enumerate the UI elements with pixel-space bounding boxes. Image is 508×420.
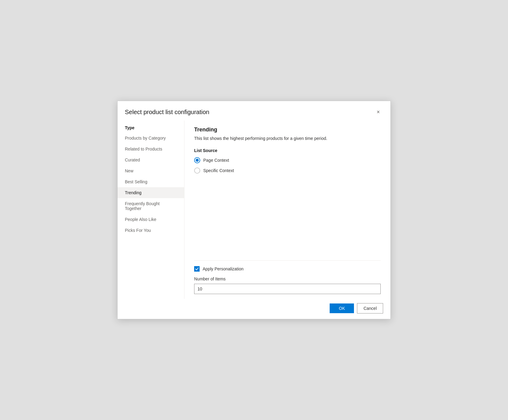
personalization-label: Apply Personalization <box>203 266 244 271</box>
personalization-checkbox[interactable] <box>194 266 200 272</box>
radio-label-page-context: Page Context <box>203 158 229 163</box>
sidebar-item-products-by-category[interactable]: Products by Category <box>118 133 184 144</box>
sidebar-item-new[interactable]: New <box>118 165 184 176</box>
radio-label-specific-context: Specific Context <box>203 168 234 173</box>
number-of-items-label: Number of Items <box>194 276 381 281</box>
sidebar-item-picks-for-you[interactable]: Picks For You <box>118 225 184 236</box>
radio-circle-specific-context <box>194 168 200 174</box>
sidebar-item-trending[interactable]: Trending <box>118 187 184 198</box>
sidebar: Type Products by CategoryRelated to Prod… <box>118 120 184 299</box>
cancel-button[interactable]: Cancel <box>357 303 383 313</box>
number-of-items-input[interactable] <box>194 284 381 294</box>
sidebar-item-related-to-products[interactable]: Related to Products <box>118 144 184 154</box>
personalization-row: Apply Personalization <box>194 266 381 272</box>
radio-item-page-context[interactable]: Page Context <box>194 157 381 163</box>
sidebar-item-best-selling[interactable]: Best Selling <box>118 176 184 187</box>
radio-item-specific-context[interactable]: Specific Context <box>194 168 381 174</box>
sidebar-type-label: Type <box>118 123 184 133</box>
sidebar-item-frequently-bought-together[interactable]: Frequently Bought Together <box>118 198 184 214</box>
main-content: Trending This list shows the highest per… <box>184 120 390 299</box>
radio-circle-page-context <box>194 157 200 163</box>
dialog-body: Type Products by CategoryRelated to Prod… <box>118 120 390 299</box>
bottom-section: Apply Personalization Number of Items <box>194 260 381 299</box>
radio-group: Page ContextSpecific Context <box>194 157 381 174</box>
ok-button[interactable]: OK <box>330 303 354 313</box>
dialog-footer: OK Cancel <box>118 299 390 319</box>
dialog-header: Select product list configuration × <box>118 101 390 120</box>
list-source-label: List Source <box>194 148 381 153</box>
sidebar-item-people-also-like[interactable]: People Also Like <box>118 214 184 225</box>
dialog-title: Select product list configuration <box>125 109 209 116</box>
sidebar-item-curated[interactable]: Curated <box>118 154 184 165</box>
section-title: Trending <box>194 127 381 133</box>
dialog: Select product list configuration × Type… <box>117 101 391 319</box>
section-desc: This list shows the highest performing p… <box>194 136 381 141</box>
close-button[interactable]: × <box>373 107 383 117</box>
